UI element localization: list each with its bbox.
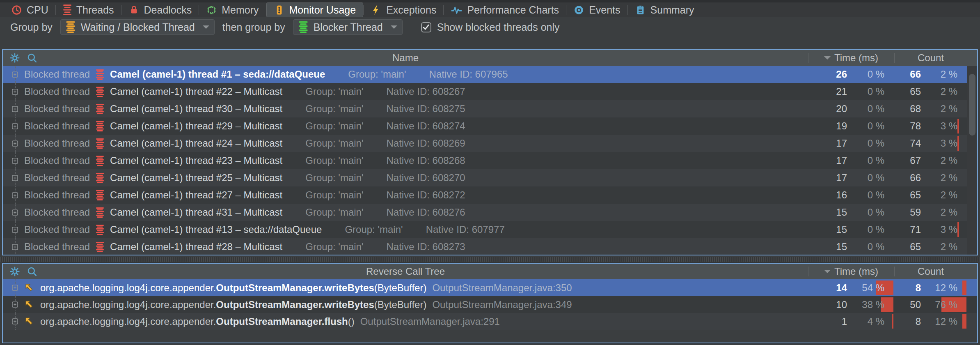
expand-plus-icon[interactable]	[12, 221, 18, 238]
tab-performance-charts[interactable]: Performance Charts	[444, 2, 566, 17]
expand-plus-icon[interactable]	[12, 117, 18, 135]
then-group-by-dropdown[interactable]: Blocker Thread	[293, 19, 403, 35]
time-percent: 0 %	[855, 169, 894, 186]
count-percent: 2 %	[929, 238, 967, 255]
blocked-thread-row[interactable]: Blocked thread Camel (camel-1) thread #1…	[3, 66, 977, 83]
blocked-thread-row[interactable]: Blocked thread Camel (camel-1) thread #2…	[3, 135, 977, 152]
blocked-thread-bars-icon	[96, 138, 104, 149]
thread-group: Group: 'main'	[305, 207, 363, 218]
group-by-dropdown[interactable]: Waiting / Blocked Thread	[60, 19, 215, 35]
search-button[interactable]	[27, 53, 37, 63]
expand-plus-icon[interactable]	[12, 169, 18, 186]
time-value: 20	[808, 100, 855, 117]
call-tree-row[interactable]: org.apache.logging.log4j.core.appender.O…	[3, 279, 977, 296]
method-package: org.apache.logging.log4j.core.appender.	[40, 316, 216, 327]
thread-native-id: Native ID: 608273	[387, 241, 465, 253]
count-value: 50	[894, 296, 929, 313]
time-percent: 0 %	[855, 83, 894, 100]
time-percent: 0 %	[855, 238, 894, 255]
clipboard-icon	[635, 5, 646, 16]
search-button[interactable]	[27, 266, 37, 277]
scrollbar-thumb[interactable]	[969, 74, 975, 136]
thread-group: Group: 'main'	[348, 69, 406, 80]
pulse-icon	[451, 5, 463, 16]
tab-label: Monitor Usage	[289, 4, 356, 16]
tab-events[interactable]: Events	[566, 2, 627, 17]
expand-plus-icon[interactable]	[12, 100, 18, 117]
settings-gear-button[interactable]	[9, 53, 20, 63]
blocked-thread-row[interactable]: Blocked thread Camel (camel-1) thread #2…	[3, 152, 977, 169]
name-column-header[interactable]: Name	[392, 52, 419, 64]
time-percent: 0 %	[855, 100, 894, 117]
count-value: 67	[894, 152, 929, 169]
expand-plus-icon[interactable]	[12, 296, 18, 313]
reverse-call-tree-panel: Reverse Call Tree Time (ms) Count org.ap…	[2, 263, 978, 343]
blocked-thread-row[interactable]: Blocked thread Camel (camel-1) thread #1…	[3, 221, 977, 238]
blocked-thread-row[interactable]: Blocked thread Camel (camel-1) thread #2…	[3, 238, 977, 255]
count-percent: 2 %	[929, 169, 967, 186]
time-percent: 0 %	[855, 152, 894, 169]
expand-plus-icon[interactable]	[12, 135, 18, 152]
tab-cpu[interactable]: CPU	[4, 2, 55, 17]
source-location: OutputStreamManager.java:349	[432, 299, 572, 310]
thread-group: Group: 'main'	[305, 172, 363, 184]
thread-group: Group: 'main'	[305, 103, 363, 115]
vertical-scrollbar[interactable]	[967, 66, 977, 255]
time-value: 17	[808, 169, 855, 186]
tab-monitor-usage[interactable]: Monitor Usage	[266, 2, 364, 17]
expand-plus-icon[interactable]	[12, 238, 18, 255]
expand-plus-icon[interactable]	[12, 83, 18, 100]
expand-plus-icon[interactable]	[12, 313, 18, 330]
time-percent: 0 %	[855, 66, 894, 83]
percent-bar	[957, 119, 959, 133]
tab-memory[interactable]: Memory	[199, 2, 266, 17]
tab-summary[interactable]: Summary	[628, 2, 701, 17]
time-percent: 0 %	[855, 204, 894, 221]
blocked-thread-row[interactable]: Blocked thread Camel (camel-1) thread #3…	[3, 204, 977, 221]
time-value: 10	[808, 296, 855, 313]
count-percent: 2 %	[929, 152, 967, 169]
expand-plus-icon[interactable]	[12, 152, 18, 169]
thread-native-id: Native ID: 608269	[387, 138, 465, 149]
tab-label: Events	[589, 4, 620, 16]
thread-native-id: Native ID: 608267	[387, 86, 465, 97]
tab-deadlocks[interactable]: Deadlocks	[121, 2, 199, 17]
blocked-thread-row[interactable]: Blocked thread Camel (camel-1) thread #3…	[3, 100, 977, 117]
method-name: OutputStreamManager.writeBytes	[216, 299, 374, 310]
blocked-thread-row[interactable]: Blocked thread Camel (camel-1) thread #2…	[3, 186, 977, 204]
tab-label: CPU	[27, 4, 48, 16]
method-args: (ByteBuffer)	[374, 299, 427, 310]
call-tree-row[interactable]: org.apache.logging.log4j.core.appender.O…	[3, 313, 977, 330]
expand-plus-icon[interactable]	[12, 66, 18, 83]
count-column-header[interactable]: Count	[894, 264, 967, 279]
thread-name: Camel (camel-1) thread #27 – Multicast	[110, 189, 282, 201]
blocked-thread-row[interactable]: Blocked thread Camel (camel-1) thread #2…	[3, 83, 977, 100]
time-value: 19	[808, 117, 855, 135]
time-column-header[interactable]: Time (ms)	[808, 50, 894, 66]
panel-splitter[interactable]	[0, 255, 980, 263]
sort-desc-icon	[824, 270, 831, 276]
calls-table-header: Reverse Call Tree Time (ms) Count	[3, 264, 977, 279]
expand-plus-icon[interactable]	[12, 279, 18, 296]
blocked-thread-row[interactable]: Blocked thread Camel (camel-1) thread #2…	[3, 169, 977, 186]
blocked-thread-row[interactable]: Blocked thread Camel (camel-1) thread #2…	[3, 117, 977, 135]
tab-exceptions[interactable]: Exceptions	[364, 2, 443, 17]
time-value: 1	[808, 313, 855, 330]
count-percent: 12 %	[929, 279, 967, 296]
chevron-down-icon	[203, 25, 209, 32]
method-args: (ByteBuffer)	[374, 282, 427, 293]
expand-plus-icon[interactable]	[12, 186, 18, 204]
call-tree-row[interactable]: org.apache.logging.log4j.core.appender.O…	[3, 296, 977, 313]
blocked-thread-bars-icon	[96, 69, 104, 80]
count-percent: 2 %	[929, 100, 967, 117]
group-by-label: Group by	[10, 21, 53, 33]
count-column-header[interactable]: Count	[894, 50, 967, 66]
expand-plus-icon[interactable]	[12, 204, 18, 221]
waiting-blocked-bars-icon	[66, 21, 76, 33]
show-blocked-threads-checkbox[interactable]	[421, 22, 431, 32]
method-arrow-icon	[24, 299, 34, 310]
blocked-thread-bars-icon	[96, 242, 104, 253]
time-column-header[interactable]: Time (ms)	[808, 264, 894, 279]
settings-gear-button[interactable]	[9, 266, 20, 277]
tab-threads[interactable]: Threads	[56, 2, 121, 17]
